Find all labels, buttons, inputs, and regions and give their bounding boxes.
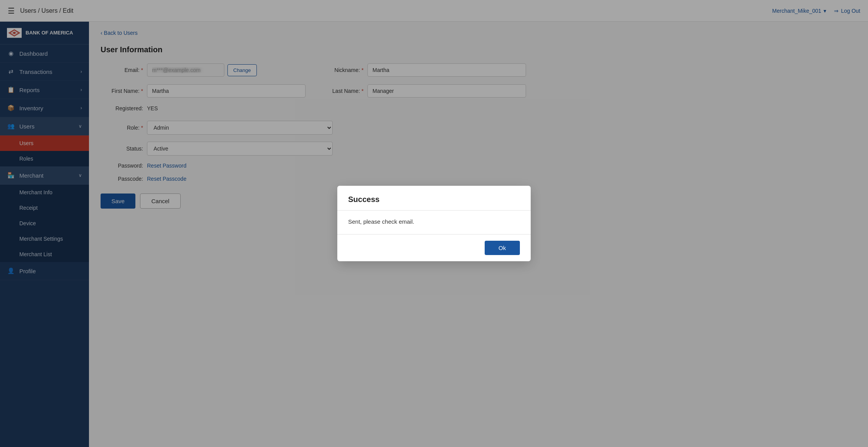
ok-button[interactable]: Ok — [485, 241, 520, 255]
modal-footer: Ok — [337, 235, 531, 261]
modal-title: Success — [348, 195, 520, 204]
modal-header: Success — [337, 186, 531, 211]
modal-message: Sent, please check email. — [348, 218, 520, 225]
modal-overlay[interactable]: Success Sent, please check email. Ok — [0, 0, 868, 447]
modal-body: Sent, please check email. — [337, 211, 531, 235]
success-modal: Success Sent, please check email. Ok — [337, 186, 531, 261]
